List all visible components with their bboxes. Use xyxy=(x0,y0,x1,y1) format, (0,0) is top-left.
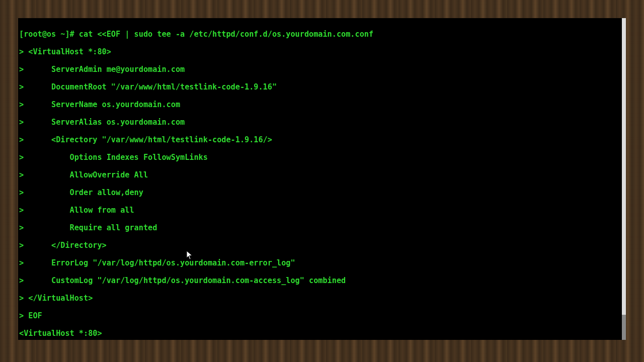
terminal-line: > AllowOverride All xyxy=(19,171,625,180)
terminal-line: > ServerName os.yourdomain.com xyxy=(19,101,625,110)
terminal-line: > DocumentRoot "/var/www/html/testlink-c… xyxy=(19,83,625,92)
terminal-window[interactable]: [root@os ~]# cat <<EOF | sudo tee -a /et… xyxy=(18,18,626,340)
terminal-line: > Order allow,deny xyxy=(19,189,625,198)
terminal-line: > <VirtualHost *:80> xyxy=(19,48,625,57)
terminal-line: > Allow from all xyxy=(19,206,625,215)
terminal-line: > EOF xyxy=(19,312,625,321)
terminal-line: > ServerAlias os.yourdomain.com xyxy=(19,118,625,127)
terminal-line: > </VirtualHost> xyxy=(19,294,625,303)
terminal-line: > CustomLog "/var/log/httpd/os.yourdomai… xyxy=(19,277,625,286)
scrollbar-thumb[interactable] xyxy=(622,315,626,340)
terminal-line: [root@os ~]# cat <<EOF | sudo tee -a /et… xyxy=(19,30,625,39)
terminal-scrollbar[interactable] xyxy=(622,18,626,340)
terminal-line: <VirtualHost *:80> xyxy=(19,329,625,338)
terminal-line: > </Directory> xyxy=(19,241,625,250)
terminal-line: > Require all granted xyxy=(19,224,625,233)
terminal-line: > <Directory "/var/www/html/testlink-cod… xyxy=(19,136,625,145)
terminal-line: > Options Indexes FollowSymLinks xyxy=(19,153,625,162)
terminal-line: > ErrorLog "/var/log/httpd/os.yourdomain… xyxy=(19,259,625,268)
terminal-line: > ServerAdmin me@yourdomain.com xyxy=(19,65,625,74)
